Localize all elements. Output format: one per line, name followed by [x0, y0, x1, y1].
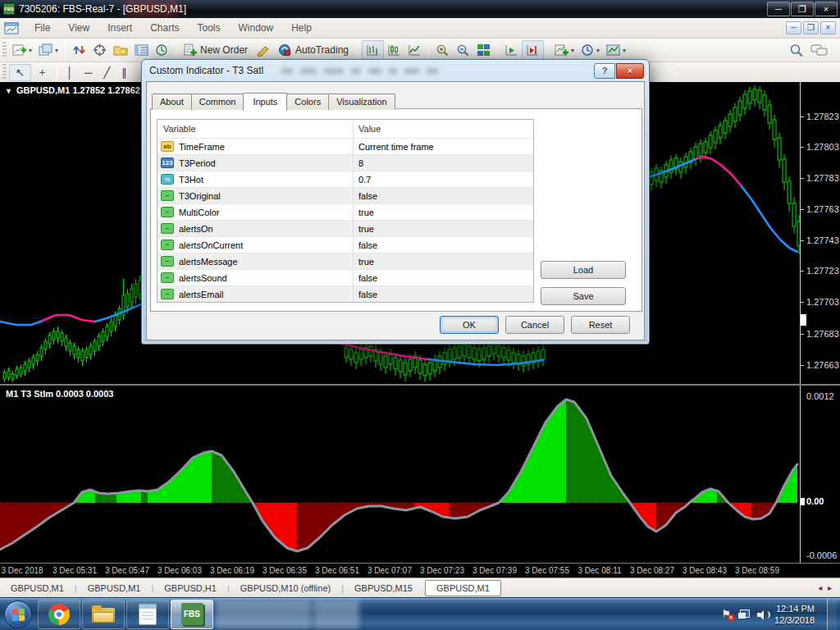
candlestick-chart-button[interactable] — [384, 41, 404, 59]
param-row-T3Original[interactable]: ~T3Originalfalse — [158, 187, 533, 203]
dialog-tab-visualization[interactable]: Visualization — [328, 94, 395, 110]
param-value-cell[interactable]: 8 — [353, 155, 533, 171]
param-value-cell[interactable]: false — [353, 270, 533, 285]
window-titlebar[interactable]: FBS 7305206: FBS-Real-7 - [GBPUSD,M1] ─ … — [0, 0, 840, 18]
community-button[interactable] — [807, 41, 832, 60]
taskbar-fbs-terminal-button[interactable]: FBS — [171, 600, 213, 629]
chart-shift-button[interactable] — [522, 40, 544, 60]
templates-button[interactable]: ▾ — [603, 41, 629, 59]
channel-tool-button[interactable]: ∥ — [116, 65, 133, 80]
chart-tab-2[interactable]: GBPUSD,H1 — [153, 580, 227, 596]
param-value-cell[interactable]: false — [353, 237, 533, 253]
tile-windows-button[interactable] — [473, 41, 494, 59]
autotrading-button[interactable]: AutoTrading — [275, 41, 354, 59]
new-order-button[interactable]: New Order — [180, 41, 253, 59]
taskbar-notepad-button[interactable] — [126, 600, 169, 629]
taskbar-chrome-button[interactable] — [38, 600, 80, 629]
param-value-cell[interactable]: Current time frame — [353, 139, 533, 154]
indicators-button[interactable]: ▾ — [551, 41, 578, 59]
blurred-taskbar-item[interactable] — [313, 600, 359, 629]
param-value-cell[interactable]: false — [353, 286, 533, 302]
chart-tab-5[interactable]: GBPUSD,M1 — [425, 580, 501, 596]
menu-tools[interactable]: Tools — [189, 19, 230, 37]
price-axis[interactable]: 1.278231.278031.277831.277631.277431.277… — [801, 82, 840, 384]
close-button[interactable]: × — [815, 2, 838, 16]
strategy-tester-button[interactable] — [152, 41, 172, 59]
taskbar-clock[interactable]: 12:14 PM 12/3/2018 — [774, 603, 819, 626]
market-watch-button[interactable] — [69, 41, 89, 59]
toolbar-grip[interactable] — [2, 42, 7, 58]
param-value-cell[interactable]: true — [353, 204, 533, 220]
navigator-button[interactable] — [110, 41, 131, 59]
dialog-help-button[interactable]: ? — [594, 63, 615, 79]
chart-dropdown-arrow[interactable]: ▼ — [5, 87, 12, 95]
action-center-icon[interactable]: ⚑× — [721, 608, 731, 620]
param-row-alertsOn[interactable]: ~alertsOntrue — [158, 220, 533, 236]
dialog-tab-common[interactable]: Common — [191, 94, 244, 110]
child-restore-button[interactable]: ❐ — [803, 21, 819, 34]
chart-tab-4[interactable]: GBPUSD,M15 — [344, 580, 423, 596]
param-row-T3Period[interactable]: 123T3Period8 — [158, 154, 533, 171]
time-axis[interactable]: 3 Dec 20183 Dec 05:313 Dec 05:473 Dec 06… — [0, 563, 840, 578]
param-row-alertsOnCurrent[interactable]: ~alertsOnCurrentfalse — [158, 236, 533, 253]
save-button[interactable]: Save — [541, 287, 626, 305]
new-chart-button[interactable]: ▾ — [9, 41, 35, 59]
show-desktop-button[interactable] — [827, 598, 837, 630]
cursor-tool-button[interactable]: ↖ — [9, 64, 31, 81]
menu-window[interactable]: Window — [230, 19, 283, 37]
minimize-button[interactable]: ─ — [767, 2, 790, 16]
indicator-axis[interactable]: 0.00120.00-0.0006 — [801, 386, 840, 563]
dialog-tab-about[interactable]: About — [152, 94, 192, 110]
tab-scroll-arrows[interactable]: ◂ ▸ — [818, 583, 840, 592]
param-row-alertsEmail[interactable]: ~alertsEmailfalse — [158, 285, 533, 302]
child-close-button[interactable]: × — [820, 21, 836, 34]
taskbar-explorer-button[interactable] — [82, 600, 125, 629]
menu-file[interactable]: File — [25, 19, 59, 37]
ok-button[interactable]: OK — [440, 316, 499, 334]
dialog-close-button[interactable]: × — [616, 63, 644, 79]
chart-tab-1[interactable]: GBPUSD,M1 — [77, 580, 152, 596]
zoom-in-button[interactable] — [432, 41, 453, 59]
restore-button[interactable]: ❐ — [791, 2, 814, 16]
trendline-tool-button[interactable]: ╱ — [98, 65, 116, 80]
param-row-TimeFrame[interactable]: abTimeFrameCurrent time frame — [158, 138, 533, 154]
param-row-alertsMessage[interactable]: ~alertsMessagetrue — [158, 253, 533, 269]
blurred-taskbar-item[interactable] — [215, 600, 312, 629]
auto-scroll-button[interactable] — [501, 41, 522, 59]
vertical-line-tool-button[interactable]: │ — [61, 65, 79, 80]
bar-chart-button[interactable] — [362, 40, 384, 60]
param-value-cell[interactable]: true — [353, 221, 533, 236]
param-value-cell[interactable]: true — [353, 253, 533, 269]
param-value-cell[interactable]: false — [353, 188, 533, 203]
cancel-button[interactable]: Cancel — [505, 316, 564, 334]
menu-insert[interactable]: Insert — [98, 19, 141, 37]
line-chart-button[interactable] — [404, 41, 425, 59]
data-window-button[interactable] — [89, 41, 110, 59]
horizontal-line-tool-button[interactable]: ─ — [79, 65, 98, 80]
chart-tab-0[interactable]: GBPUSD,M1 — [0, 580, 75, 596]
crosshair-tool-button[interactable]: ＋ — [31, 63, 53, 81]
profiles-button[interactable]: ▾ — [35, 41, 62, 59]
search-button[interactable] — [786, 41, 807, 60]
load-button[interactable]: Load — [541, 261, 626, 279]
child-minimize-button[interactable]: ─ — [786, 21, 801, 34]
menu-view[interactable]: View — [59, 19, 98, 37]
zoom-out-button[interactable] — [453, 41, 473, 59]
param-row-T3Hot[interactable]: ½T3Hot0.7 — [158, 171, 533, 187]
terminal-button[interactable] — [131, 41, 152, 59]
dialog-tab-colors[interactable]: Colors — [286, 94, 329, 110]
param-value-cell[interactable]: 0.7 — [353, 171, 533, 187]
reset-button[interactable]: Reset — [571, 316, 630, 334]
metaeditor-button[interactable] — [253, 41, 275, 59]
speaker-icon[interactable] — [757, 609, 767, 619]
dialog-tab-inputs[interactable]: Inputs — [243, 93, 287, 111]
network-icon[interactable] — [738, 609, 750, 619]
param-row-alertsSound[interactable]: ~alertsSoundfalse — [158, 269, 533, 285]
dialog-titlebar[interactable]: Custom Indicator - T3 Satl ? × — [142, 60, 649, 81]
param-row-MultiColor[interactable]: ~MultiColortrue — [158, 203, 533, 220]
toolbar-grip[interactable] — [2, 64, 7, 80]
menu-charts[interactable]: Charts — [141, 19, 188, 37]
chart-tab-3[interactable]: GBPUSD,M10 (offline) — [230, 580, 341, 596]
start-button[interactable] — [4, 600, 32, 628]
timeframes-button[interactable]: ▾ — [578, 41, 603, 59]
